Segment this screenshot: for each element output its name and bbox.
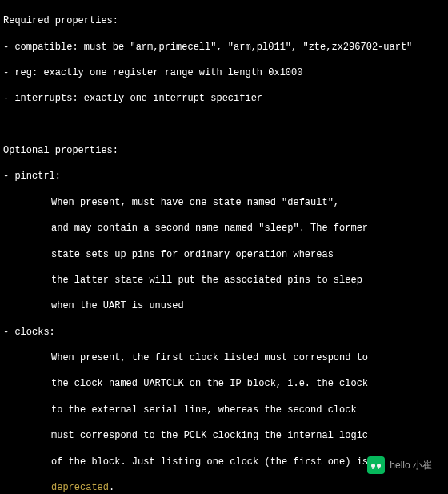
prop-reg: - reg: exactly one register range with l… xyxy=(3,66,445,79)
pinctrl-desc: and may contain a second name named "sle… xyxy=(3,222,445,235)
terminal-content: Required properties: - compatible: must … xyxy=(0,0,448,494)
clocks-desc: When present, the first clock listed mus… xyxy=(3,351,445,364)
pinctrl-label: - pinctrl: xyxy=(3,170,445,183)
clocks-label: - clocks: xyxy=(3,326,445,339)
pinctrl-desc: When present, must have one state named … xyxy=(3,196,445,209)
wechat-icon xyxy=(367,456,385,474)
required-header: Required properties: xyxy=(3,14,445,27)
clocks-deprecated-line: deprecated. xyxy=(3,481,445,494)
clocks-desc: the clock named UARTCLK on the IP block,… xyxy=(3,377,445,390)
optional-header: Optional properties: xyxy=(3,144,445,157)
watermark: hello 小崔 xyxy=(367,456,432,474)
deprecated-text: deprecated xyxy=(51,482,109,493)
prop-compatible: - compatible: must be "arm,primecell", "… xyxy=(3,41,445,54)
pinctrl-desc: when the UART is unused xyxy=(3,299,445,312)
pinctrl-desc: state sets up pins for ordinary operatio… xyxy=(3,248,445,261)
clocks-desc: must correspond to the PCLK clocking the… xyxy=(3,429,445,442)
period: . xyxy=(109,482,114,493)
prop-interrupts: - interrupts: exactly one interrupt spec… xyxy=(3,92,445,105)
blank-line xyxy=(3,118,445,131)
clocks-desc: to the external serial line, whereas the… xyxy=(3,404,445,416)
pinctrl-desc: the latter state will put the associated… xyxy=(3,274,445,287)
watermark-text: hello 小崔 xyxy=(390,459,432,472)
